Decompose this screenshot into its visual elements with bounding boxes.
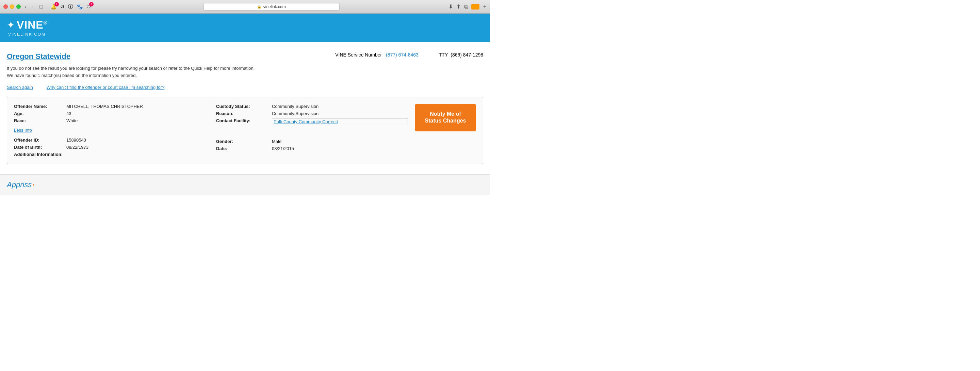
url-bar[interactable]: 🔒 vinelink.com bbox=[204, 3, 340, 11]
race-label: Race: bbox=[14, 118, 65, 123]
offender-name-label: Offender Name: bbox=[14, 104, 65, 109]
offender-name-value: MITCHELL, THOMAS CHRISTOPHER bbox=[66, 104, 206, 109]
footer: Appriss · bbox=[0, 174, 490, 195]
appriss-dot: · bbox=[32, 180, 35, 189]
links-row: Search again Why can't I find the offend… bbox=[7, 85, 483, 90]
result-left: Offender Name: MITCHELL, THOMAS CHRISTOP… bbox=[14, 104, 206, 157]
back-button[interactable]: ‹ bbox=[24, 3, 28, 10]
notification-bell[interactable]: 🔔 2 bbox=[50, 4, 57, 10]
close-window-button[interactable] bbox=[3, 5, 8, 9]
url-bar-container: 🔒 vinelink.com bbox=[97, 3, 446, 11]
custody-section: Custody Status: Community Supervision Re… bbox=[206, 104, 408, 151]
search-again-link[interactable]: Search again bbox=[7, 85, 33, 90]
cant-find-link[interactable]: Why can't I find the offender or court c… bbox=[47, 85, 165, 90]
custody-grid: Custody Status: Community Supervision Re… bbox=[216, 104, 408, 125]
tty-label: TTY bbox=[439, 52, 448, 57]
result-card: Offender Name: MITCHELL, THOMAS CHRISTOP… bbox=[7, 97, 483, 164]
notify-btn-area: Notify Me of Status Changes bbox=[408, 104, 476, 132]
traffic-lights bbox=[3, 5, 21, 9]
contact-facility-link[interactable]: Polk County Community Correcti bbox=[272, 118, 408, 125]
vine-service-label: VINE Service Number bbox=[335, 52, 382, 57]
additional-value bbox=[66, 152, 206, 157]
date-label: Date: bbox=[216, 146, 270, 151]
forward-button[interactable]: › bbox=[30, 3, 35, 10]
additional-label: Additional Information: bbox=[14, 152, 65, 157]
service-numbers: VINE Service Number (877) 674-8463 TTY (… bbox=[335, 52, 483, 57]
vine-brand-text: VINE® bbox=[17, 19, 47, 31]
shield-icon[interactable]: 🛡 3 bbox=[86, 4, 92, 10]
tabs-icon[interactable]: ⧉ bbox=[464, 4, 468, 10]
notify-me-button[interactable]: Notify Me of Status Changes bbox=[415, 104, 476, 132]
vine-leaf-icon: ✦ bbox=[7, 19, 14, 31]
info-line1: If you do not see the result you are loo… bbox=[7, 65, 483, 72]
basic-info-grid: Offender Name: MITCHELL, THOMAS CHRISTOP… bbox=[14, 104, 206, 123]
contact-facility-label: Contact Facility: bbox=[216, 118, 270, 125]
maximize-window-button[interactable] bbox=[16, 5, 21, 9]
offender-id-value: 15890540 bbox=[66, 137, 206, 143]
vine-logo-area: ✦ VINE® VINELINK.COM bbox=[7, 19, 47, 37]
browser-chrome: ‹ › □ 🔔 2 ↺ ⓘ 🐾 🛡 3 🔒 vinelink.com ⬇ ⬆ ⧉… bbox=[0, 0, 490, 14]
lock-icon: 🔒 bbox=[257, 5, 261, 8]
vine-header: ✦ VINE® VINELINK.COM bbox=[0, 14, 490, 42]
dob-value: 08/22/1973 bbox=[66, 145, 206, 150]
less-info-link[interactable]: Less Info bbox=[14, 127, 32, 133]
orange-badge bbox=[471, 4, 479, 10]
paw-icon[interactable]: 🐾 bbox=[76, 4, 83, 10]
vine-logo: ✦ VINE® bbox=[7, 19, 47, 31]
share-icon[interactable]: ⬆ bbox=[456, 3, 461, 10]
gender-value: Male bbox=[272, 139, 408, 144]
main-content: Oregon Statewide VINE Service Number (87… bbox=[0, 42, 490, 174]
page-title[interactable]: Oregon Statewide bbox=[7, 52, 70, 61]
header-row: Oregon Statewide VINE Service Number (87… bbox=[7, 52, 483, 61]
date-value: 03/21/2015 bbox=[272, 146, 408, 151]
gender-label: Gender: bbox=[216, 139, 270, 144]
custody-status-label: Custody Status: bbox=[216, 104, 270, 109]
race-value: White bbox=[66, 118, 206, 123]
info-icon[interactable]: ⓘ bbox=[68, 3, 73, 10]
url-text: vinelink.com bbox=[263, 5, 286, 9]
sidebar-button[interactable]: □ bbox=[37, 3, 45, 11]
new-tab-button[interactable]: + bbox=[483, 3, 487, 10]
gender-date-grid: Gender: Male Date: 03/21/2015 bbox=[216, 139, 408, 151]
vine-service: VINE Service Number (877) 674-8463 bbox=[335, 52, 418, 57]
appriss-logo: Appriss · bbox=[7, 180, 35, 189]
age-label: Age: bbox=[14, 111, 65, 116]
vinelink-url: VINELINK.COM bbox=[7, 32, 46, 37]
tty-block: TTY (866) 847-1298 bbox=[439, 52, 483, 57]
custody-status-value: Community Supervision bbox=[272, 104, 408, 109]
appriss-text: Appriss bbox=[7, 180, 32, 189]
tty-phone: (866) 847-1298 bbox=[450, 52, 483, 57]
extra-info-grid: Offender ID: 15890540 Date of Birth: 08/… bbox=[14, 137, 206, 157]
reason-label: Reason: bbox=[216, 111, 270, 116]
dob-label: Date of Birth: bbox=[14, 145, 65, 150]
minimize-window-button[interactable] bbox=[10, 5, 14, 9]
download-icon[interactable]: ⬇ bbox=[449, 3, 453, 10]
age-value: 43 bbox=[66, 111, 206, 116]
refresh-icon[interactable]: ↺ bbox=[60, 4, 65, 10]
vine-phone[interactable]: (877) 674-8463 bbox=[386, 52, 418, 57]
offender-id-label: Offender ID: bbox=[14, 137, 65, 143]
reason-value: Community Supervision bbox=[272, 111, 408, 116]
info-text: If you do not see the result you are loo… bbox=[7, 65, 483, 79]
info-line2: We have found 1 match(es) based on the i… bbox=[7, 72, 483, 79]
